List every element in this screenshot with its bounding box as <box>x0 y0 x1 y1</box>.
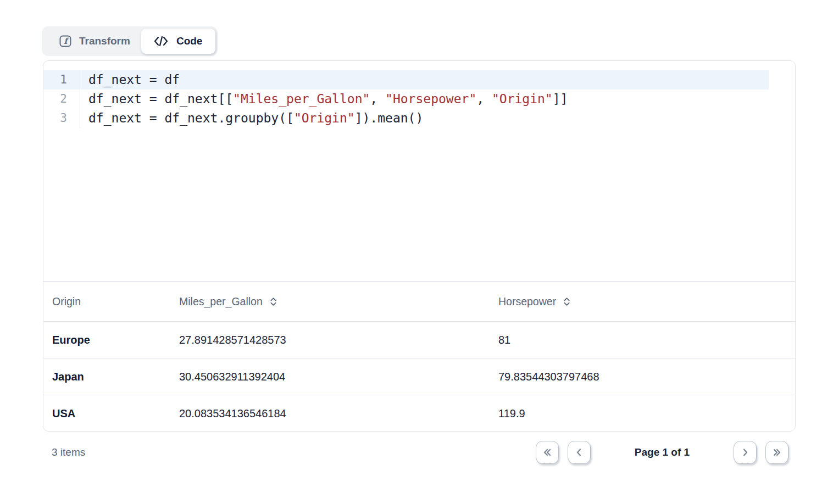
pagination: Page 1 of 1 <box>536 441 796 464</box>
code-icon <box>153 36 169 47</box>
code-and-results-panel: 1 df_next = df 2 df_next = df_next[["Mil… <box>43 60 796 432</box>
table-header-row: Origin Miles_per_Gallon Horsepower <box>43 282 795 322</box>
tab-code[interactable]: Code <box>141 29 216 54</box>
tab-transform-label: Transform <box>79 35 130 47</box>
chevron-left-icon <box>574 447 585 458</box>
sort-icon[interactable] <box>270 296 277 307</box>
tab-transform[interactable]: f Transform <box>44 29 141 54</box>
previous-page-button[interactable] <box>568 441 591 464</box>
code-line-text: df_next = df_next[["Miles_per_Gallon", "… <box>80 89 769 109</box>
column-header-horsepower[interactable]: Horsepower <box>498 295 795 308</box>
cell-horsepower: 81 <box>498 334 795 346</box>
chevron-right-icon <box>740 447 751 458</box>
table-row: Europe 27.891428571428573 81 <box>43 322 795 359</box>
sort-icon[interactable] <box>563 296 570 307</box>
cell-miles-per-gallon: 20.083534136546184 <box>179 407 498 420</box>
column-header-miles-per-gallon[interactable]: Miles_per_Gallon <box>179 295 498 308</box>
table-row: USA 20.083534136546184 119.9 <box>43 395 795 432</box>
cell-origin: USA <box>52 407 179 420</box>
code-line-text: df_next = df_next.groupby(["Origin"]).me… <box>80 109 769 128</box>
line-number: 2 <box>43 89 80 109</box>
chevrons-right-icon <box>771 447 782 458</box>
first-page-button[interactable] <box>536 441 559 464</box>
code-line: 2 df_next = df_next[["Miles_per_Gallon",… <box>43 89 795 109</box>
line-number: 3 <box>43 109 80 128</box>
code-editor[interactable]: 1 df_next = df 2 df_next = df_next[["Mil… <box>43 61 795 282</box>
last-page-button[interactable] <box>765 441 788 464</box>
next-page-button[interactable] <box>734 441 757 464</box>
function-icon: f <box>59 35 71 47</box>
line-number: 1 <box>43 70 80 89</box>
column-header-origin: Origin <box>52 295 179 308</box>
cell-origin: Europe <box>52 334 179 346</box>
code-line-text: df_next = df <box>80 70 769 89</box>
svg-text:f: f <box>64 36 70 46</box>
cell-horsepower: 119.9 <box>498 407 795 420</box>
table-row: Japan 30.450632911392404 79.835443037974… <box>43 359 795 395</box>
cell-horsepower: 79.83544303797468 <box>498 371 795 383</box>
page-indicator: Page 1 of 1 <box>599 446 725 458</box>
view-mode-tabbar: f Transform Code <box>42 26 218 56</box>
tab-code-label: Code <box>176 35 203 47</box>
cell-miles-per-gallon: 30.450632911392404 <box>179 371 498 383</box>
code-line: 3 df_next = df_next.groupby(["Origin"]).… <box>43 109 795 128</box>
chevrons-left-icon <box>542 447 553 458</box>
cell-miles-per-gallon: 27.891428571428573 <box>179 334 498 346</box>
items-count: 3 items <box>43 446 85 458</box>
cell-origin: Japan <box>52 371 179 383</box>
table-footer: 3 items Page 1 of 1 <box>43 441 796 464</box>
code-line: 1 df_next = df <box>43 70 795 89</box>
